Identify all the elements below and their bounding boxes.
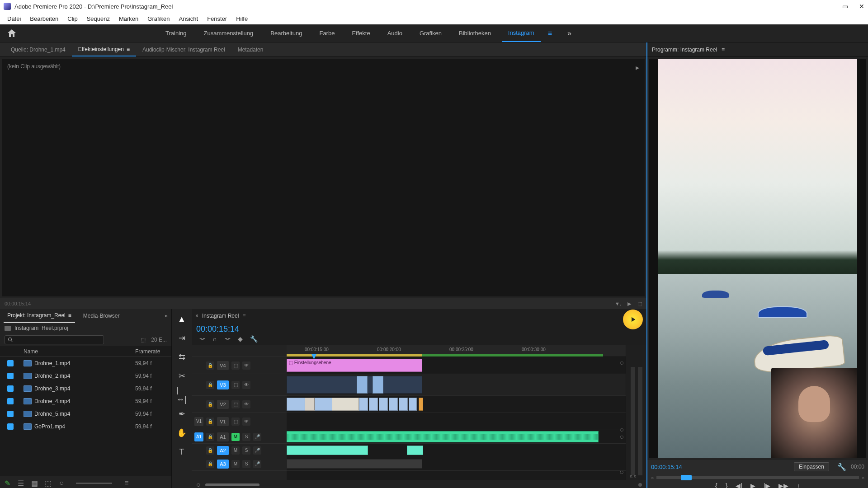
icon-view-icon[interactable]: ▦ <box>31 479 38 487</box>
track-header-a3[interactable]: 🔒 A3 M S 🎤 <box>192 457 287 471</box>
tl-link-icon[interactable]: ⫘ <box>224 335 231 343</box>
tab-effect-controls[interactable]: Effekteinstellungen ≡ <box>72 42 136 56</box>
razor-tool-icon[interactable]: ✂ <box>176 371 187 381</box>
ws-graphics[interactable]: Grafiken <box>413 24 448 42</box>
eye-icon[interactable]: 👁 <box>242 361 250 370</box>
filter-icon[interactable]: ▼. <box>615 301 621 307</box>
program-viewer[interactable] <box>649 59 866 458</box>
ws-audio[interactable]: Audio <box>381 24 409 42</box>
add-marker-icon[interactable]: + <box>797 482 800 488</box>
tl-marker-icon[interactable]: ◆ <box>238 335 243 343</box>
ws-libraries[interactable]: Bibliotheken <box>453 24 497 42</box>
timeline-timecode[interactable]: 00:00:15:14 <box>196 324 239 334</box>
track-header-v3[interactable]: 🔒 V3 ⬚ 👁 <box>192 374 287 396</box>
sync-lock-icon[interactable]: ⬚ <box>231 400 240 408</box>
export-icon[interactable]: ⬚ <box>637 301 642 307</box>
menu-help[interactable]: Hilfe <box>231 15 252 22</box>
tab-metadata[interactable]: Metadaten <box>231 42 270 56</box>
sequence-close-icon[interactable]: × <box>195 313 198 319</box>
mute-icon[interactable]: M <box>231 460 240 468</box>
ws-assembly[interactable]: Zusammenstellung <box>197 24 259 42</box>
freeform-view-icon[interactable]: ⬚ <box>44 479 52 487</box>
video-clip[interactable] <box>305 398 315 411</box>
tl-magnet-icon[interactable]: ⫘ <box>199 335 205 343</box>
selection-tool-icon[interactable]: ▲ <box>176 314 187 324</box>
program-scrubber[interactable] <box>656 476 859 479</box>
tab-project[interactable]: Projekt: Instagram_Reel ≡ <box>4 309 75 323</box>
sync-lock-icon[interactable]: ⬚ <box>231 381 240 389</box>
solo-icon[interactable]: S <box>242 433 250 441</box>
project-row[interactable]: Drohne_4.mp4 59,94 f <box>0 395 171 408</box>
eye-icon[interactable]: 👁 <box>242 381 250 389</box>
lock-icon[interactable]: 🔒 <box>206 361 214 370</box>
ws-effects[interactable]: Effekte <box>345 24 376 42</box>
list-view-icon[interactable]: ☰ <box>17 479 24 487</box>
video-clip[interactable] <box>359 398 368 411</box>
close-button[interactable]: ✕ <box>859 3 864 10</box>
timeline-zoom-bar[interactable] <box>205 483 259 486</box>
ws-color[interactable]: Farbe <box>313 24 341 42</box>
lock-icon[interactable]: 🔒 <box>206 418 214 426</box>
sequence-name[interactable]: Instagram Reel <box>202 313 239 319</box>
video-clip[interactable] <box>369 398 378 411</box>
eye-icon[interactable]: 👁 <box>242 400 250 408</box>
workspace-menu-icon[interactable]: ≡ <box>548 29 552 38</box>
timeline-menu-icon[interactable]: ≡ <box>242 313 245 319</box>
project-row[interactable]: Drohne_1.mp4 59,94 f <box>0 357 171 370</box>
project-row[interactable]: Drohne_2.mp4 59,94 f <box>0 370 171 382</box>
video-clip[interactable] <box>389 398 398 411</box>
program-timecode[interactable]: 00:00:15:14 <box>651 464 682 470</box>
video-clip[interactable] <box>399 398 408 411</box>
step-back-icon[interactable]: ◀| <box>736 482 742 488</box>
mark-out-icon[interactable]: } <box>726 482 728 488</box>
minimize-button[interactable]: — <box>825 3 831 10</box>
step-icon[interactable]: ▶ <box>627 301 631 307</box>
menu-view[interactable]: Ansicht <box>174 15 203 22</box>
sync-lock-icon[interactable]: ⬚ <box>231 361 240 370</box>
pencil-icon[interactable]: ✎ <box>4 479 11 487</box>
track-header-v1[interactable]: V1 🔒 V1 ⬚ 👁 <box>192 413 287 430</box>
tab-source[interactable]: Quelle: Drohne_1.mp4 <box>5 42 72 56</box>
lock-icon[interactable]: 🔒 <box>206 446 214 455</box>
audio-clip[interactable] <box>287 446 368 455</box>
col-framerate[interactable]: Framerate <box>135 348 171 355</box>
video-clip[interactable] <box>287 398 306 411</box>
video-clip[interactable] <box>315 398 333 411</box>
solo-icon[interactable]: S <box>242 446 250 455</box>
video-clip[interactable] <box>357 376 368 394</box>
project-search[interactable] <box>5 335 104 344</box>
maximize-button[interactable]: ▭ <box>842 3 848 10</box>
sync-lock-icon[interactable]: ⬚ <box>231 418 240 426</box>
next-edit-icon[interactable]: ▶▶ <box>778 482 788 488</box>
project-row[interactable]: Drohne_3.mp4 59,94 f <box>0 382 171 395</box>
playhead[interactable] <box>314 345 314 480</box>
ws-instagram[interactable]: Instagram <box>502 24 541 42</box>
expand-icon[interactable]: ▸ <box>636 63 639 72</box>
project-row[interactable]: GoPro1.mp4 59,94 f <box>0 420 171 433</box>
time-ruler[interactable]: 00:00:15:00 00:00:20:00 00:00:25:00 00:0… <box>287 345 626 357</box>
menu-file[interactable]: Datei <box>3 15 25 22</box>
audio-clip[interactable] <box>287 459 422 469</box>
track-header-a1[interactable]: A1 🔒 A1 M S 🎤 <box>192 430 287 444</box>
voice-rec-icon[interactable]: 🎤 <box>253 433 261 441</box>
lock-icon[interactable]: 🔒 <box>206 400 214 408</box>
pen-tool-icon[interactable]: ✒ <box>176 408 187 419</box>
project-row[interactable]: Drohne_5.mp4 59,94 f <box>0 408 171 420</box>
program-menu-icon[interactable]: ≡ <box>722 47 725 53</box>
lock-icon[interactable]: 🔒 <box>206 381 214 389</box>
ws-editing[interactable]: Bearbeitung <box>264 24 308 42</box>
col-name[interactable]: Name <box>21 348 135 355</box>
source-a1-target[interactable]: A1 <box>194 432 203 441</box>
menu-graphics[interactable]: Grafiken <box>143 15 174 22</box>
voice-rec-icon[interactable]: 🎤 <box>253 460 261 468</box>
ripple-tool-icon[interactable]: ⇆ <box>176 352 187 362</box>
track-header-v2[interactable]: 🔒 V2 ⬚ 👁 <box>192 396 287 413</box>
track-header-v4[interactable]: 🔒 V4 ⬚ 👁 <box>192 357 287 374</box>
panel-menu-icon[interactable]: ≡ <box>68 312 71 319</box>
slip-tool-icon[interactable]: |↔| <box>176 389 187 400</box>
play-icon[interactable]: ▶ <box>750 482 755 488</box>
sort-icon[interactable]: ≡ <box>123 479 130 487</box>
hand-tool-icon[interactable]: ✋ <box>176 427 187 438</box>
video-clip[interactable] <box>379 398 388 411</box>
workspace-overflow-icon[interactable]: » <box>567 29 571 38</box>
